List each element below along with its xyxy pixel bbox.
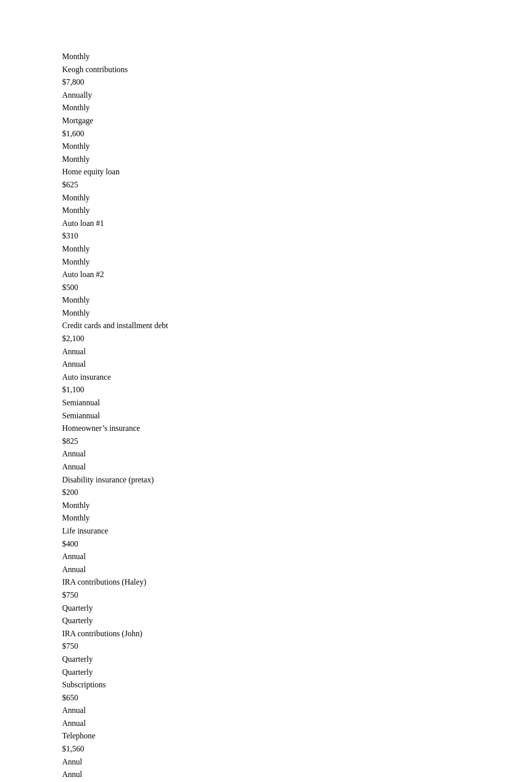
- item-period: Semiannual: [62, 396, 532, 409]
- item-amount: $650: [62, 691, 532, 704]
- frequency-label: Monthly: [62, 101, 532, 114]
- item-amount: $310: [62, 229, 532, 242]
- frequency-label: Monthly: [62, 255, 532, 269]
- item-period: Annually: [62, 89, 532, 102]
- frequency-label: Monthly: [62, 153, 532, 166]
- item-name: Auto loan #1: [62, 217, 532, 230]
- item-amount: $200: [62, 486, 532, 499]
- item-name: IRA contributions (John): [62, 627, 532, 640]
- frequency-label: Semiannual: [62, 409, 532, 422]
- item-name: IRA contributions (Haley): [62, 576, 532, 589]
- item-amount: $750: [62, 640, 532, 653]
- item-period: Quarterly: [62, 653, 532, 666]
- frequency-label: Annual: [62, 358, 532, 371]
- item-period: Monthly: [62, 499, 532, 512]
- item-name: Telephone: [62, 729, 532, 742]
- item-name: Keogh contributions: [62, 63, 532, 76]
- item-period: Annual: [62, 345, 532, 358]
- item-name: Disability insurance (pretax): [62, 473, 532, 486]
- item-name: Home equity loan: [62, 165, 532, 178]
- item-name: Credit cards and installment debt: [62, 319, 532, 332]
- item-name: Auto insurance: [62, 371, 532, 384]
- item-amount: $400: [62, 538, 532, 551]
- item-amount: $2,100: [62, 332, 532, 345]
- item-name: Homeowner’s insurance: [62, 422, 532, 435]
- main-content: MonthlyKeogh contributions$7,800Annually…: [0, 0, 532, 782]
- item-period: Annul: [62, 755, 532, 768]
- frequency-label: Annual: [62, 563, 532, 576]
- item-amount: $7,800: [62, 76, 532, 89]
- frequency-label: Monthly: [62, 511, 532, 525]
- item-period: Annual: [62, 550, 532, 563]
- item-period: Monthly: [62, 242, 532, 255]
- item-period: Monthly: [62, 140, 532, 153]
- frequency-label: Annual: [62, 717, 532, 730]
- item-amount: $500: [62, 281, 532, 294]
- item-period: Annual: [62, 447, 532, 460]
- item-period: Monthly: [62, 294, 532, 307]
- item-amount: $825: [62, 435, 532, 448]
- frequency-label: Quarterly: [62, 614, 532, 627]
- frequency-label: Quarterly: [62, 666, 532, 679]
- item-amount: $750: [62, 589, 532, 602]
- item-amount: $625: [62, 178, 532, 191]
- item-amount: $1,100: [62, 383, 532, 396]
- frequency-label: Annul: [62, 768, 532, 781]
- frequency-label: Annual: [62, 460, 532, 473]
- item-amount: $1,560: [62, 742, 532, 755]
- item-name: Mortgage: [62, 114, 532, 127]
- item-name: Life insurance: [62, 525, 532, 538]
- item-name: Auto loan #2: [62, 268, 532, 281]
- item-period: Quarterly: [62, 602, 532, 615]
- frequency-label: Monthly: [62, 50, 532, 63]
- frequency-label: Monthly: [62, 204, 532, 217]
- item-period: Annual: [62, 704, 532, 717]
- item-name: Subscriptions: [62, 678, 532, 691]
- item-amount: $1,600: [62, 127, 532, 140]
- frequency-label: Monthly: [62, 307, 532, 320]
- item-period: Monthly: [62, 191, 532, 204]
